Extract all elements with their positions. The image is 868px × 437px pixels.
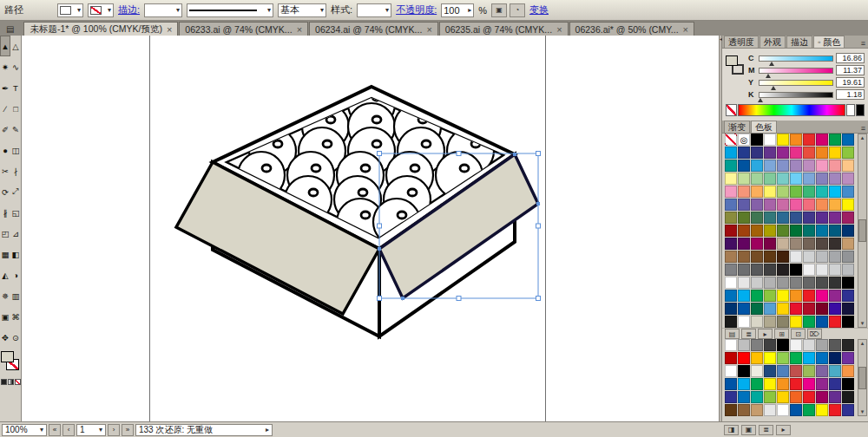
- swatch[interactable]: [751, 290, 763, 302]
- swatch[interactable]: [829, 199, 841, 211]
- swatch[interactable]: [842, 160, 854, 172]
- swatch[interactable]: [751, 316, 763, 328]
- white-swatch[interactable]: [846, 104, 855, 116]
- swatch[interactable]: [764, 199, 776, 211]
- swatch[interactable]: [764, 277, 776, 289]
- swatch[interactable]: [764, 147, 776, 159]
- black-swatch[interactable]: [856, 104, 865, 116]
- stroke-weight-dropdown[interactable]: ▾: [144, 3, 182, 17]
- swatch[interactable]: [790, 186, 802, 198]
- swatch[interactable]: [790, 251, 802, 263]
- swatch[interactable]: [764, 251, 776, 263]
- color-mode-button[interactable]: [1, 379, 7, 385]
- swatch-options-button[interactable]: ▸: [758, 329, 773, 339]
- swatch[interactable]: [790, 134, 802, 146]
- channel-slider-marker[interactable]: [758, 98, 763, 102]
- swatch[interactable]: [816, 199, 828, 211]
- swatch[interactable]: [751, 212, 763, 224]
- channel-value[interactable]: 16.86: [836, 53, 865, 63]
- swatch[interactable]: [842, 225, 854, 237]
- swatch[interactable]: [829, 339, 841, 351]
- recolor-artwork-icon[interactable]: ◔: [510, 3, 525, 17]
- line-segment-tool[interactable]: ∕: [0, 98, 10, 119]
- swatch[interactable]: [829, 212, 841, 224]
- swatch[interactable]: [816, 173, 828, 185]
- swatch[interactable]: [764, 186, 776, 198]
- prev-page-button[interactable]: ‹: [62, 424, 75, 436]
- swatch[interactable]: [751, 365, 763, 377]
- swatch[interactable]: [751, 251, 763, 263]
- swatch[interactable]: [816, 251, 828, 263]
- swatch[interactable]: [738, 173, 750, 185]
- swatch[interactable]: [777, 212, 789, 224]
- swatch[interactable]: [803, 391, 815, 403]
- swatch[interactable]: [725, 378, 737, 390]
- swatch[interactable]: [751, 173, 763, 185]
- swatch[interactable]: [725, 238, 737, 250]
- swatch[interactable]: [764, 134, 776, 146]
- swatch[interactable]: [816, 134, 828, 146]
- zoom-tool[interactable]: ⊙: [10, 327, 21, 348]
- stroke-link[interactable]: 描边:: [118, 3, 140, 16]
- swatch[interactable]: [829, 404, 841, 416]
- lasso-tool[interactable]: ∿: [10, 56, 21, 77]
- swatch[interactable]: [829, 391, 841, 403]
- swatch[interactable]: [751, 238, 763, 250]
- swatch[interactable]: [777, 339, 789, 351]
- swatch[interactable]: [738, 316, 750, 328]
- swatch[interactable]: [803, 199, 815, 211]
- swatch[interactable]: [764, 290, 776, 302]
- swatch[interactable]: [725, 316, 737, 328]
- swatch[interactable]: [725, 365, 737, 377]
- fill-stroke-proxy[interactable]: [726, 55, 746, 80]
- swatch[interactable]: [738, 391, 750, 403]
- swatch[interactable]: [842, 352, 854, 364]
- swatch[interactable]: [816, 147, 828, 159]
- swatch[interactable]: [751, 264, 763, 276]
- swatch[interactable]: [738, 251, 750, 263]
- swatch[interactable]: [816, 186, 828, 198]
- blend-tool[interactable]: ◑: [10, 264, 21, 285]
- scrollbar-thumb[interactable]: [858, 219, 866, 242]
- pencil-tool[interactable]: ✎: [10, 119, 21, 140]
- swatch[interactable]: [816, 303, 828, 315]
- swatch[interactable]: [725, 147, 737, 159]
- rotate-tool[interactable]: ⟳: [0, 181, 10, 202]
- swatch[interactable]: [738, 147, 750, 159]
- swatch[interactable]: [738, 277, 750, 289]
- swatch[interactable]: [803, 186, 815, 198]
- swatch[interactable]: [842, 134, 854, 146]
- swatch[interactable]: [777, 225, 789, 237]
- opacity-mask-icon[interactable]: ▣: [491, 3, 507, 17]
- channel-slider[interactable]: [759, 80, 833, 86]
- scissors-tool[interactable]: ✂: [0, 160, 10, 181]
- free-transform-tool[interactable]: ◱: [10, 202, 21, 223]
- swatch[interactable]: [725, 303, 737, 315]
- swatch[interactable]: [725, 251, 737, 263]
- channel-slider-marker[interactable]: [766, 74, 771, 78]
- swatch[interactable]: [816, 316, 828, 328]
- swatch[interactable]: [790, 404, 802, 416]
- mesh-tool[interactable]: ▦: [0, 244, 10, 264]
- swatch[interactable]: [790, 290, 802, 302]
- tab-close-icon[interactable]: ×: [426, 24, 431, 35]
- swatch[interactable]: [764, 225, 776, 237]
- blob-brush-tool[interactable]: ●: [0, 140, 10, 160]
- gradient-tool[interactable]: ◧: [10, 244, 21, 264]
- swatch[interactable]: [816, 404, 828, 416]
- channel-value[interactable]: 11.37: [836, 65, 865, 75]
- swatch[interactable]: [790, 147, 802, 159]
- zoom-level-dropdown[interactable]: 100% ▾: [2, 424, 47, 436]
- swatch[interactable]: [842, 264, 854, 276]
- swatch[interactable]: [829, 277, 841, 289]
- swatch[interactable]: [738, 264, 750, 276]
- none-mode-button[interactable]: [15, 379, 21, 385]
- eyedropper-tool[interactable]: ◭: [0, 264, 10, 285]
- magic-wand-tool[interactable]: ✷: [0, 56, 10, 77]
- swatch[interactable]: [842, 251, 854, 263]
- swatch[interactable]: [725, 186, 737, 198]
- status-display[interactable]: 133 次还原: 无重做 ▸: [135, 424, 273, 436]
- swatch[interactable]: [777, 264, 789, 276]
- swatch[interactable]: [751, 352, 763, 364]
- swatch[interactable]: [803, 160, 815, 172]
